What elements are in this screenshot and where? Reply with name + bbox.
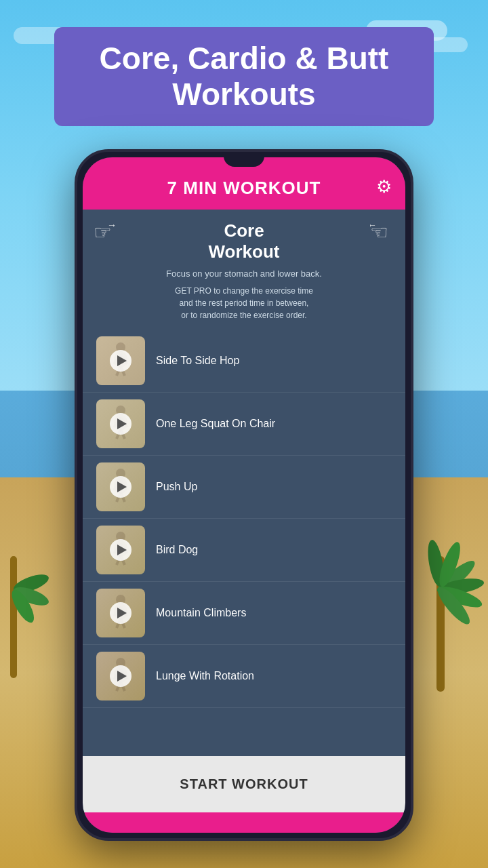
workout-pro-text: GET PRO to change the exercise time and …: [96, 285, 392, 321]
palm-tree-right: [413, 488, 468, 692]
exercise-name-label: One Leg Squat On Chair: [156, 418, 275, 430]
exercise-name-label: Mountain Climbers: [156, 607, 246, 619]
app-title: 7 MIN WORKOUT: [96, 178, 392, 199]
exercise-thumbnail[interactable]: [96, 526, 145, 574]
exercise-thumbnail[interactable]: [96, 336, 145, 385]
settings-icon[interactable]: ⚙: [376, 176, 392, 197]
phone-notch: [224, 152, 264, 167]
exercise-name-label: Push Up: [156, 481, 197, 493]
play-icon: [117, 418, 127, 429]
exercise-thumbnail[interactable]: [96, 399, 145, 448]
phone-bottom-bar: [83, 812, 405, 833]
play-button[interactable]: [110, 413, 131, 435]
workout-name: CoreWorkout: [96, 220, 392, 262]
phone-screen: 7 MIN WORKOUT ⚙ ☞ → ☜ ←: [83, 157, 405, 833]
play-icon: [117, 481, 127, 492]
start-workout-button[interactable]: START WORKOUT: [96, 764, 392, 804]
exercise-item[interactable]: One Leg Squat On Chair: [83, 393, 405, 456]
play-icon: [117, 545, 127, 555]
workout-description: Focus on your stomach and lower back.: [96, 268, 392, 280]
banner-title: Core, Cardio & Butt Workouts: [75, 41, 413, 113]
start-button-area: START WORKOUT: [83, 756, 405, 812]
play-button[interactable]: [110, 539, 131, 561]
phone-content: 7 MIN WORKOUT ⚙ ☞ → ☜ ←: [83, 157, 405, 833]
svg-text:←: ←: [370, 220, 377, 231]
phone-frame: 7 MIN WORKOUT ⚙ ☞ → ☜ ←: [75, 149, 413, 841]
exercise-thumbnail[interactable]: [96, 462, 145, 511]
exercise-name-label: Lunge With Rotation: [156, 670, 254, 682]
swipe-right-icon[interactable]: ☜ ←: [370, 218, 394, 250]
play-icon: [117, 608, 127, 618]
exercise-thumbnail[interactable]: [96, 589, 145, 637]
svg-text:→: →: [107, 220, 117, 231]
exercise-name-label: Bird Dog: [156, 544, 198, 556]
exercise-thumbnail[interactable]: [96, 652, 145, 701]
top-banner: Core, Cardio & Butt Workouts: [54, 27, 434, 126]
exercise-item[interactable]: Mountain Climbers: [83, 582, 405, 645]
exercise-item[interactable]: Bird Dog: [83, 519, 405, 582]
play-icon: [117, 671, 127, 682]
swipe-left-icon[interactable]: ☞ →: [94, 218, 118, 250]
exercise-item[interactable]: Side To Side Hop: [83, 330, 405, 393]
play-icon: [117, 355, 127, 366]
play-button[interactable]: [110, 350, 131, 372]
exercise-list: Side To Side Hop One Leg Squat On Chair: [83, 330, 405, 756]
exercise-name-label: Side To Side Hop: [156, 355, 239, 367]
exercise-item[interactable]: Push Up: [83, 456, 405, 519]
workout-info: ☞ → ☜ ← CoreWorkout Focus on your stomac…: [83, 210, 405, 330]
play-button[interactable]: [110, 476, 131, 498]
play-button[interactable]: [110, 665, 131, 687]
palm-tree-left: [0, 509, 34, 678]
exercise-item[interactable]: Lunge With Rotation: [83, 645, 405, 708]
play-button[interactable]: [110, 602, 131, 624]
